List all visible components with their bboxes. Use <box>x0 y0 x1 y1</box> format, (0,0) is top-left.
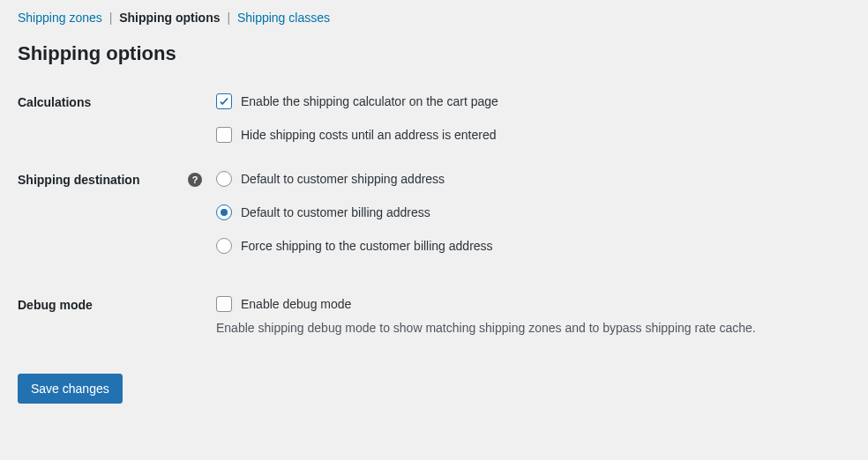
debug-description: Enable shipping debug mode to show match… <box>216 321 850 335</box>
shipping-destination-label: Shipping destination <box>18 173 139 187</box>
sub-tabs: Shipping zones | Shipping options | Ship… <box>0 0 868 32</box>
enable-calculator-checkbox[interactable] <box>216 93 232 109</box>
tab-shipping-zones[interactable]: Shipping zones <box>18 11 102 25</box>
hide-costs-checkbox[interactable] <box>216 127 232 143</box>
tab-shipping-options[interactable]: Shipping options <box>119 11 220 25</box>
destination-shipping-radio[interactable] <box>216 171 232 187</box>
destination-billing-radio[interactable] <box>216 204 232 220</box>
tab-separator: | <box>227 11 230 25</box>
calculations-label: Calculations <box>0 83 216 160</box>
save-button[interactable]: Save changes <box>18 374 123 404</box>
check-icon <box>218 95 230 108</box>
help-icon[interactable]: ? <box>188 173 202 187</box>
enable-debug-label[interactable]: Enable debug mode <box>241 297 351 311</box>
page-title: Shipping options <box>0 32 868 83</box>
enable-calculator-label[interactable]: Enable the shipping calculator on the ca… <box>241 94 498 108</box>
destination-billing-label[interactable]: Default to customer billing address <box>241 205 430 219</box>
enable-debug-checkbox[interactable] <box>216 296 232 312</box>
destination-force-label[interactable]: Force shipping to the customer billing a… <box>241 239 493 253</box>
destination-force-radio[interactable] <box>216 238 232 254</box>
tab-shipping-classes[interactable]: Shipping classes <box>237 11 330 25</box>
hide-costs-label[interactable]: Hide shipping costs until an address is … <box>241 128 497 142</box>
debug-mode-label: Debug mode <box>0 286 216 352</box>
destination-shipping-label[interactable]: Default to customer shipping address <box>241 172 445 186</box>
tab-separator: | <box>109 11 113 25</box>
